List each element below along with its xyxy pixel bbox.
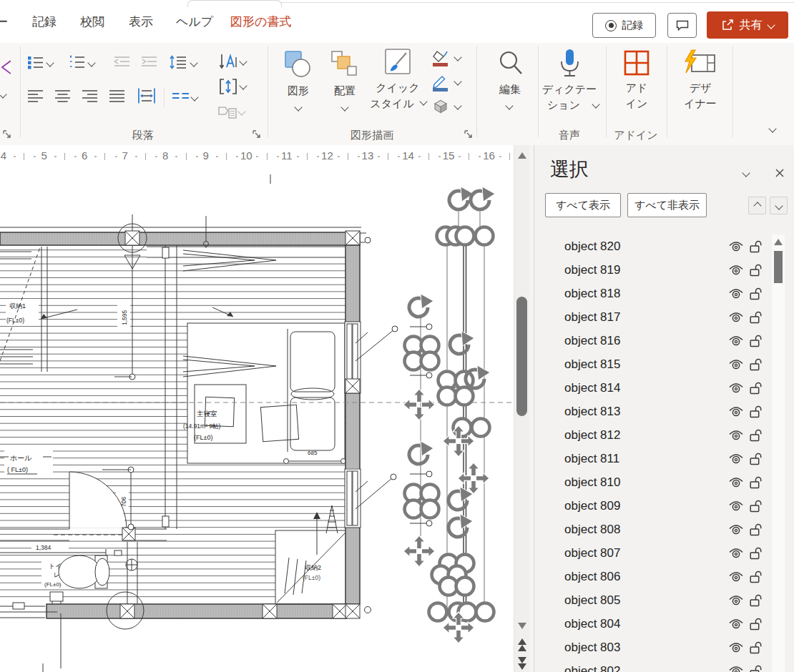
visibility-toggle-button[interactable]	[726, 497, 746, 515]
visibility-toggle-button[interactable]	[726, 402, 746, 421]
quick-styles-dropdown-chevron[interactable]	[421, 99, 426, 104]
lock-toggle-button[interactable]	[746, 261, 766, 280]
scrollbar-thumb[interactable]	[516, 297, 527, 416]
selection-pane-item[interactable]: object 802	[534, 659, 772, 672]
selection-pane-item[interactable]: object 811	[534, 447, 772, 470]
quick-styles-button[interactable]	[382, 47, 413, 79]
pane-scrollbar[interactable]	[772, 234, 785, 672]
align-text-dropdown-chevron[interactable]	[240, 83, 246, 89]
scroll-down-arrow-icon[interactable]	[518, 623, 526, 629]
columns-dropdown-chevron[interactable]	[192, 94, 197, 100]
visibility-toggle-button[interactable]	[726, 450, 746, 468]
bullets-button[interactable]	[27, 54, 44, 70]
selection-pane-item[interactable]: object 815	[534, 352, 772, 376]
visibility-toggle-button[interactable]	[726, 237, 746, 256]
lock-toggle-button[interactable]	[746, 662, 766, 672]
align-right-button[interactable]	[82, 89, 98, 103]
designer-button[interactable]	[682, 49, 719, 79]
lock-toggle-button[interactable]	[746, 426, 766, 445]
distribute-text-button[interactable]	[137, 87, 156, 104]
line-spacing-button[interactable]	[170, 54, 187, 70]
lock-toggle-button[interactable]	[746, 308, 766, 327]
selection-pane-item[interactable]: object 819	[534, 258, 772, 282]
scroll-up-arrow-icon[interactable]	[518, 152, 526, 159]
visibility-toggle-button[interactable]	[726, 568, 746, 586]
editing-dropdown-chevron[interactable]	[506, 103, 512, 109]
hide-all-button[interactable]: すべて非表示	[627, 193, 707, 217]
comments-button[interactable]	[667, 13, 697, 38]
convert-smartart-button[interactable]	[217, 103, 237, 120]
slide-scrollbar[interactable]	[514, 145, 530, 672]
visibility-toggle-button[interactable]	[726, 615, 746, 633]
selection-pane-item[interactable]: object 807	[534, 541, 772, 565]
lock-toggle-button[interactable]	[746, 544, 766, 563]
slide-canvas[interactable]: 収納1 (FL±0) 1,595 主寝室 (14.91m² 9帖) (FL±0)…	[0, 169, 514, 672]
selection-pane-item[interactable]: object 808	[534, 518, 772, 541]
selection-pane-item[interactable]: object 804	[534, 612, 772, 636]
visibility-toggle-button[interactable]	[726, 544, 746, 563]
collapse-ribbon-chevron[interactable]	[770, 126, 775, 132]
selection-pane-item[interactable]: object 816	[534, 329, 772, 352]
addins-button[interactable]	[622, 49, 652, 79]
shape-effects-button[interactable]	[432, 99, 449, 114]
next-slide-icon[interactable]	[518, 657, 526, 663]
menu-tab-record[interactable]: 記録	[32, 0, 57, 43]
dictation-button[interactable]	[553, 47, 586, 80]
visibility-toggle-button[interactable]	[726, 285, 746, 303]
clipped-pen-icon[interactable]	[0, 59, 11, 76]
shape-outline-button[interactable]	[432, 74, 450, 92]
ruler[interactable]: 45678910111213141516	[0, 145, 514, 170]
shapes-button[interactable]	[283, 50, 312, 77]
menu-tab-review[interactable]: 校閲	[80, 0, 104, 43]
align-text-button[interactable]	[219, 77, 237, 96]
numbering-button[interactable]	[69, 54, 85, 70]
visibility-toggle-button[interactable]	[726, 355, 746, 374]
menu-tab-view[interactable]: 表示	[129, 0, 153, 43]
text-direction-dropdown-chevron[interactable]	[240, 59, 246, 64]
columns-button[interactable]	[172, 90, 190, 102]
selection-pane-item[interactable]: object 803	[534, 636, 772, 659]
paragraph-dialog-launcher[interactable]	[252, 129, 262, 139]
selection-pane-item[interactable]: object 809	[534, 494, 772, 518]
visibility-toggle-button[interactable]	[726, 591, 746, 610]
selection-pane-item[interactable]: object 806	[534, 565, 772, 588]
selection-handles[interactable]	[403, 187, 495, 643]
lock-toggle-button[interactable]	[746, 638, 766, 657]
pane-collapse-button[interactable]	[737, 164, 755, 182]
lock-toggle-button[interactable]	[746, 591, 766, 610]
lock-toggle-button[interactable]	[746, 332, 766, 350]
send-backward-button[interactable]	[770, 197, 788, 214]
record-button[interactable]: 記録	[592, 13, 656, 38]
justify-button[interactable]	[109, 89, 125, 103]
drawing-dialog-launcher[interactable]	[464, 129, 474, 139]
lock-toggle-button[interactable]	[746, 355, 766, 374]
arrange-button[interactable]	[330, 50, 358, 77]
align-center-button[interactable]	[54, 89, 71, 103]
lock-toggle-button[interactable]	[746, 520, 766, 539]
selection-pane-item[interactable]: object 820	[534, 234, 772, 258]
editing-button[interactable]	[496, 49, 526, 79]
previous-slide-icon[interactable]	[518, 638, 526, 645]
visibility-toggle-button[interactable]	[726, 662, 746, 672]
shape-fill-button[interactable]	[432, 50, 450, 67]
convert-smartart-dropdown-chevron[interactable]	[239, 109, 245, 114]
share-button[interactable]: 共有	[707, 11, 788, 39]
shape-fill-dropdown-chevron[interactable]	[455, 54, 461, 60]
selection-pane-item[interactable]: object 818	[534, 282, 772, 305]
lock-toggle-button[interactable]	[746, 402, 766, 421]
decrease-indent-button[interactable]	[114, 54, 130, 70]
lock-toggle-button[interactable]	[746, 473, 766, 492]
previous-slide-icon-2[interactable]	[518, 645, 526, 651]
dictation-dropdown-chevron[interactable]	[593, 102, 599, 107]
arrange-dropdown-chevron[interactable]	[342, 104, 348, 110]
pane-scrollbar-thumb[interactable]	[774, 251, 783, 283]
shape-effects-dropdown-chevron[interactable]	[455, 103, 461, 109]
menu-tab-help[interactable]: ヘルプ	[176, 0, 213, 43]
selection-pane-item[interactable]: object 817	[534, 305, 772, 329]
selection-pane-item[interactable]: object 813	[534, 400, 772, 423]
next-slide-icon-2[interactable]	[518, 663, 526, 670]
clipped-dropdown-chevron[interactable]	[0, 92, 6, 97]
shape-outline-dropdown-chevron[interactable]	[455, 79, 461, 84]
lock-toggle-button[interactable]	[746, 285, 766, 303]
align-left-button[interactable]	[27, 89, 44, 103]
